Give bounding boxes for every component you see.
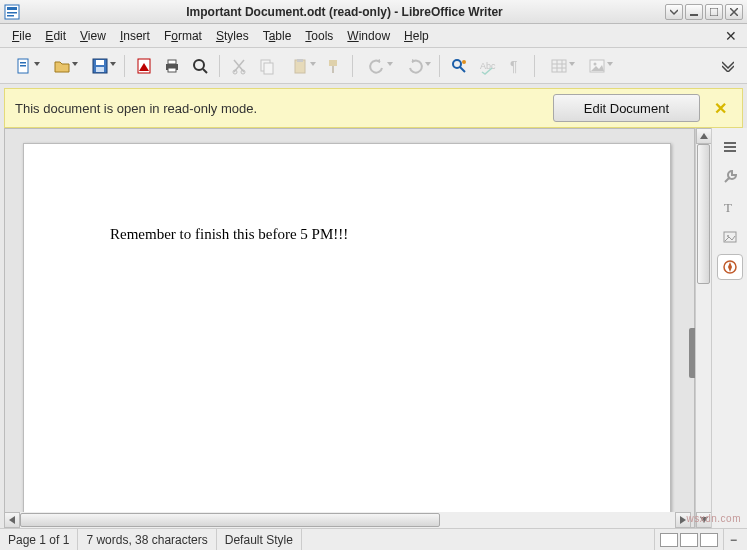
svg-rect-25 bbox=[332, 66, 334, 73]
svg-rect-11 bbox=[96, 67, 104, 72]
document-body-text: Remember to finish this before 5 PM!!! bbox=[24, 144, 670, 243]
sidebar-properties-button[interactable] bbox=[717, 134, 743, 160]
toolbar-separator bbox=[534, 55, 535, 77]
new-document-button[interactable] bbox=[6, 53, 42, 79]
titlebar: Important Document.odt (read-only) - Lib… bbox=[0, 0, 747, 24]
chevron-down-icon bbox=[569, 62, 575, 66]
chevron-down-icon bbox=[110, 62, 116, 66]
view-book-icon[interactable] bbox=[700, 533, 718, 547]
infobar-close-button[interactable]: ✕ bbox=[708, 96, 732, 120]
chevron-down-icon bbox=[34, 62, 40, 66]
statusbar: Page 1 of 1 7 words, 38 characters Defau… bbox=[0, 528, 747, 550]
menu-help[interactable]: Help bbox=[398, 27, 435, 45]
scroll-left-button[interactable] bbox=[4, 512, 20, 528]
clone-formatting-button[interactable] bbox=[320, 53, 346, 79]
svg-point-28 bbox=[462, 60, 466, 64]
zoom-control[interactable]: − bbox=[723, 529, 747, 550]
toolbar-separator bbox=[219, 55, 220, 77]
redo-button[interactable] bbox=[397, 53, 433, 79]
scroll-thumb[interactable] bbox=[697, 144, 710, 284]
readonly-infobar: This document is open in read-only mode.… bbox=[4, 88, 743, 128]
menu-file[interactable]: File bbox=[6, 27, 37, 45]
toolbar-overflow-button[interactable] bbox=[715, 53, 741, 79]
sidebar-gallery-button[interactable] bbox=[717, 224, 743, 250]
chevron-down-icon bbox=[72, 62, 78, 66]
export-pdf-button[interactable] bbox=[131, 53, 157, 79]
svg-text:Abc: Abc bbox=[480, 61, 496, 71]
window-minimize-button[interactable] bbox=[685, 4, 703, 20]
view-single-page-icon[interactable] bbox=[660, 533, 678, 547]
svg-point-26 bbox=[453, 60, 461, 68]
menu-edit[interactable]: Edit bbox=[39, 27, 72, 45]
sidebar-panel: T bbox=[711, 128, 747, 528]
zoom-out-icon[interactable]: − bbox=[730, 533, 737, 547]
toolbar-separator bbox=[352, 55, 353, 77]
save-document-button[interactable] bbox=[82, 53, 118, 79]
insert-image-button[interactable] bbox=[579, 53, 615, 79]
toolbar-separator bbox=[439, 55, 440, 77]
svg-rect-3 bbox=[7, 15, 14, 17]
svg-rect-15 bbox=[168, 68, 176, 72]
menu-insert[interactable]: Insert bbox=[114, 27, 156, 45]
svg-rect-23 bbox=[297, 59, 303, 62]
window-maximize-button[interactable] bbox=[705, 4, 723, 20]
scroll-thumb[interactable] bbox=[20, 513, 440, 527]
svg-rect-31 bbox=[552, 60, 566, 72]
menu-format[interactable]: Format bbox=[158, 27, 208, 45]
watermark-text: wsxdn.com bbox=[686, 513, 741, 524]
view-multi-page-icon[interactable] bbox=[680, 533, 698, 547]
sidebar-styles-button[interactable]: T bbox=[717, 194, 743, 220]
horizontal-scrollbar[interactable] bbox=[4, 512, 691, 528]
print-preview-button[interactable] bbox=[187, 53, 213, 79]
open-document-button[interactable] bbox=[44, 53, 80, 79]
scroll-up-button[interactable] bbox=[696, 128, 712, 144]
scroll-track[interactable] bbox=[20, 512, 675, 528]
view-mode-buttons[interactable] bbox=[654, 529, 723, 550]
app-icon bbox=[4, 4, 20, 20]
menu-window[interactable]: Window bbox=[341, 27, 396, 45]
vertical-scrollbar[interactable] bbox=[695, 128, 711, 528]
window-title: Important Document.odt (read-only) - Lib… bbox=[26, 5, 663, 19]
svg-rect-14 bbox=[168, 60, 176, 64]
svg-rect-7 bbox=[20, 62, 26, 64]
document-page: Remember to finish this before 5 PM!!! bbox=[23, 143, 671, 528]
menu-table[interactable]: Table bbox=[257, 27, 298, 45]
paste-button[interactable] bbox=[282, 53, 318, 79]
print-button[interactable] bbox=[159, 53, 185, 79]
svg-rect-8 bbox=[20, 65, 26, 67]
standard-toolbar: Abc ¶ bbox=[0, 48, 747, 84]
svg-text:¶: ¶ bbox=[510, 58, 518, 74]
sidebar-collapse-handle[interactable] bbox=[689, 328, 695, 378]
svg-line-17 bbox=[203, 69, 207, 73]
window-close-button[interactable] bbox=[725, 4, 743, 20]
undo-button[interactable] bbox=[359, 53, 395, 79]
svg-rect-10 bbox=[96, 60, 104, 65]
window-dropdown-button[interactable] bbox=[665, 4, 683, 20]
svg-rect-5 bbox=[710, 8, 718, 16]
copy-button[interactable] bbox=[254, 53, 280, 79]
menu-view[interactable]: View bbox=[74, 27, 112, 45]
svg-point-37 bbox=[594, 62, 597, 65]
status-wordcount[interactable]: 7 words, 38 characters bbox=[78, 529, 216, 550]
menu-tools[interactable]: Tools bbox=[299, 27, 339, 45]
chevron-down-icon bbox=[310, 62, 316, 66]
work-area: Remember to finish this before 5 PM!!! T bbox=[0, 128, 747, 528]
menubar: File Edit View Insert Format Styles Tabl… bbox=[0, 24, 747, 48]
scroll-track[interactable] bbox=[696, 144, 711, 512]
toolbar-separator bbox=[124, 55, 125, 77]
chevron-down-icon bbox=[607, 62, 613, 66]
edit-document-button[interactable]: Edit Document bbox=[553, 94, 700, 122]
status-page[interactable]: Page 1 of 1 bbox=[0, 529, 78, 550]
status-style[interactable]: Default Style bbox=[217, 529, 302, 550]
menu-styles[interactable]: Styles bbox=[210, 27, 255, 45]
document-close-button[interactable]: ✕ bbox=[721, 28, 741, 44]
insert-table-button[interactable] bbox=[541, 53, 577, 79]
sidebar-wrench-icon[interactable] bbox=[717, 164, 743, 190]
formatting-marks-button[interactable]: ¶ bbox=[502, 53, 528, 79]
sidebar-navigator-button[interactable] bbox=[717, 254, 743, 280]
find-replace-button[interactable] bbox=[446, 53, 472, 79]
svg-point-16 bbox=[194, 60, 204, 70]
svg-rect-4 bbox=[690, 14, 698, 16]
cut-button[interactable] bbox=[226, 53, 252, 79]
spellcheck-button[interactable]: Abc bbox=[474, 53, 500, 79]
